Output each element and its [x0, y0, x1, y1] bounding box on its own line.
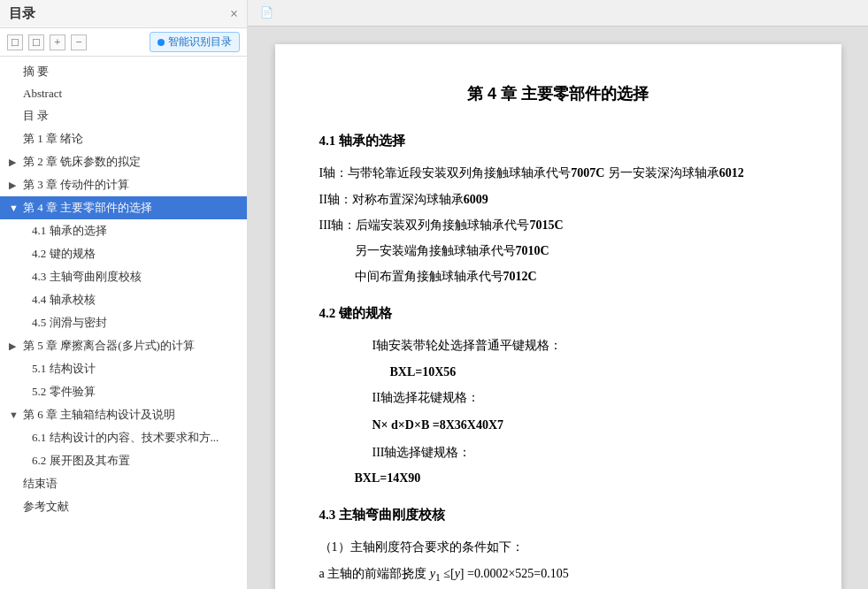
main-content: 📄 第 4 章 主要零部件的选择 4.1 轴承的选择 I轴：与带轮靠近段安装双列… [248, 0, 868, 589]
sidebar-header: 目录 × [0, 0, 247, 28]
sidebar-toolbar: □ □ + − 智能识别目录 [0, 28, 247, 57]
expand-icon-ch4: ▼ [9, 203, 19, 213]
sidebar-item-ch6-1[interactable]: 6.1 结构设计的内容、技术要求和方... [0, 426, 247, 449]
sidebar-label-ch6-2: 6.2 展开图及其布置 [32, 453, 130, 469]
smart-btn-label: 智能识别目录 [168, 34, 232, 50]
sidebar-label-abstract-en: Abstract [23, 87, 62, 101]
sidebar-item-ch4-3[interactable]: 4.3 主轴弯曲刚度校核 [0, 265, 247, 288]
sidebar-label-ch5-2: 5.2 零件验算 [32, 384, 96, 400]
para-key-i: I轴安装带轮处选择普通平键规格： [319, 334, 797, 356]
sidebar-label-ch6: 第 6 章 主轴箱结构设计及说明 [23, 407, 175, 423]
expand-icon-ch3: ▶ [9, 180, 19, 191]
sidebar-label-ch4-4: 4.4 轴承校核 [32, 292, 96, 308]
expand-icon-ch6: ▼ [9, 409, 19, 420]
sidebar-item-ch4-4[interactable]: 4.4 轴承校核 [0, 288, 247, 311]
para-key-iii-val: BXL=14X90 [319, 467, 797, 489]
sidebar-label-ch6-1: 6.1 结构设计的内容、技术要求和方... [32, 430, 219, 446]
toolbar-icon-1[interactable]: □ [7, 34, 23, 50]
content-area[interactable]: 第 4 章 主要零部件的选择 4.1 轴承的选择 I轴：与带轮靠近段安装双列角接… [248, 27, 868, 589]
sidebar-label-toc: 目 录 [23, 108, 49, 124]
sidebar-item-abstract[interactable]: 摘 要 [0, 60, 247, 83]
sidebar-item-ending[interactable]: 结束语 [0, 472, 247, 495]
sidebar-item-ch5-2[interactable]: 5.2 零件验算 [0, 380, 247, 403]
para-iii-shaft-3: 中间布置角接触球轴承代号7012C [319, 265, 797, 287]
section-4-3-title: 4.3 主轴弯曲刚度校核 [319, 503, 797, 527]
sidebar-item-ch4-2[interactable]: 4.2 键的规格 [0, 242, 247, 265]
page-tool-doc-icon[interactable]: 📄 [255, 4, 279, 21]
sidebar-item-ch6[interactable]: ▼第 6 章 主轴箱结构设计及说明 [0, 403, 247, 426]
sidebar-item-refs[interactable]: 参考文献 [0, 495, 247, 518]
sidebar: 目录 × □ □ + − 智能识别目录 摘 要 Abstract 目 录 第 1… [0, 0, 248, 589]
page-toolbar: 📄 [248, 0, 868, 27]
para-key-iii: III轴选择键规格： [319, 441, 797, 463]
para-i-shaft: I轴：与带轮靠近段安装双列角接触球轴承代号7007C 另一安装深沟球轴承6012 [319, 162, 797, 184]
sidebar-title: 目录 [9, 5, 35, 22]
sidebar-item-ch4[interactable]: ▼第 4 章 主要零部件的选择 [0, 196, 247, 219]
sidebar-item-ch3[interactable]: ▶第 3 章 传动件的计算 [0, 173, 247, 196]
sidebar-label-ch4-5: 4.5 润滑与密封 [32, 315, 107, 331]
para-stiffness-a: a 主轴的前端部挠度 y1 ≤[y] =0.0002×525=0.105 [319, 562, 797, 587]
section-4-2-title: 4.2 键的规格 [319, 302, 797, 325]
para-ii-shaft: II轴：对称布置深沟球轴承6009 [319, 188, 797, 210]
para-iii-shaft: III轴：后端安装双列角接触球轴承代号7015C [319, 214, 797, 236]
toolbar-icon-4[interactable]: − [71, 34, 87, 50]
sidebar-item-ch6-2[interactable]: 6.2 展开图及其布置 [0, 449, 247, 472]
sidebar-label-ch2: 第 2 章 铣床参数的拟定 [23, 154, 141, 170]
sidebar-label-ch3: 第 3 章 传动件的计算 [23, 177, 129, 193]
sidebar-item-abstract-en[interactable]: Abstract [0, 83, 247, 104]
sidebar-label-ch4-3: 4.3 主轴弯曲刚度校核 [32, 269, 142, 285]
para-stiffness-cond: （1）主轴刚度符合要求的条件如下： [319, 536, 797, 558]
sidebar-item-toc[interactable]: 目 录 [0, 104, 247, 127]
sidebar-label-ch4-2: 4.2 键的规格 [32, 246, 96, 262]
sidebar-label-abstract: 摘 要 [23, 64, 49, 80]
para-key-i-val: BXL=10X56 [319, 361, 797, 383]
sidebar-item-ch5-1[interactable]: 5.1 结构设计 [0, 357, 247, 380]
smart-identify-button[interactable]: 智能识别目录 [150, 32, 240, 52]
sidebar-label-ch4-1: 4.1 轴承的选择 [32, 223, 107, 239]
smart-btn-dot [157, 39, 165, 46]
section-4-1-title: 4.1 轴承的选择 [319, 129, 797, 153]
sidebar-label-ch5-1: 5.1 结构设计 [32, 361, 96, 377]
sidebar-label-ending: 结束语 [23, 476, 58, 492]
sidebar-item-ch2[interactable]: ▶第 2 章 铣床参数的拟定 [0, 150, 247, 173]
sidebar-item-ch4-5[interactable]: 4.5 润滑与密封 [0, 311, 247, 334]
sidebar-tree: 摘 要 Abstract 目 录 第 1 章 绪论▶第 2 章 铣床参数的拟定▶… [0, 57, 247, 589]
expand-icon-ch2: ▶ [9, 157, 19, 168]
sidebar-label-refs: 参考文献 [23, 499, 69, 515]
expand-icon-ch5: ▶ [9, 340, 19, 352]
chapter-title: 第 4 章 主要零部件的选择 [319, 80, 797, 108]
para-iii-shaft-2: 另一安装端角接触球轴承代号7010C [319, 240, 797, 262]
sidebar-label-ch4: 第 4 章 主要零部件的选择 [23, 200, 152, 216]
sidebar-item-ch5[interactable]: ▶第 5 章 摩擦离合器(多片式)的计算 [0, 334, 247, 357]
para-key-ii-val: N× d×D×B =8X36X40X7 [319, 414, 797, 436]
sidebar-item-ch1[interactable]: 第 1 章 绪论 [0, 127, 247, 150]
toolbar-icon-3[interactable]: + [50, 34, 65, 50]
sidebar-label-ch1: 第 1 章 绪论 [23, 131, 83, 147]
toolbar-icon-2[interactable]: □ [28, 34, 44, 50]
sidebar-label-ch5: 第 5 章 摩擦离合器(多片式)的计算 [23, 338, 195, 354]
para-key-ii: II轴选择花键规格： [319, 386, 797, 409]
sidebar-item-ch4-1[interactable]: 4.1 轴承的选择 [0, 219, 247, 242]
document-page: 第 4 章 主要零部件的选择 4.1 轴承的选择 I轴：与带轮靠近段安装双列角接… [275, 44, 841, 589]
close-icon[interactable]: × [230, 6, 238, 22]
